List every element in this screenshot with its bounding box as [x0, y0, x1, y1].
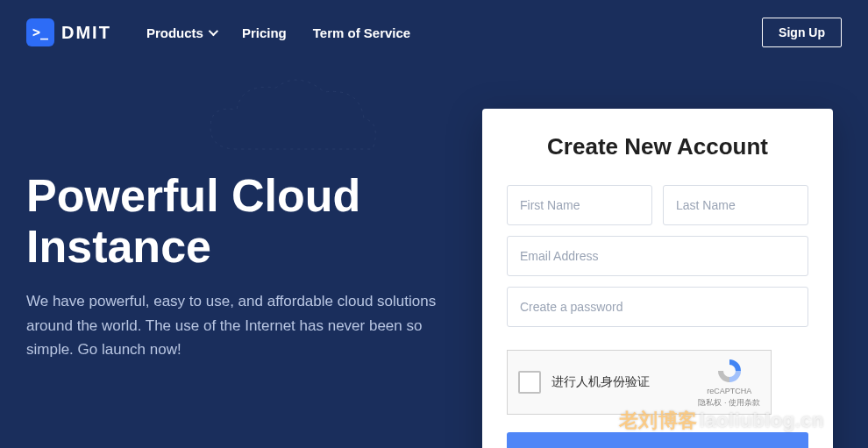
nav-pricing[interactable]: Pricing [242, 25, 287, 40]
first-name-field[interactable] [507, 185, 652, 225]
recaptcha-label: 进行人机身份验证 [551, 374, 687, 390]
recaptcha-widget: 进行人机身份验证 reCAPTCHA 隐私权 · 使用条款 [507, 350, 772, 415]
brand-logo[interactable]: >_ DMIT [26, 18, 111, 46]
brand-name: DMIT [61, 23, 111, 43]
top-nav: >_ DMIT Products Pricing Term of Service… [0, 0, 868, 65]
recaptcha-terms[interactable]: 隐私权 · 使用条款 [698, 397, 760, 409]
recaptcha-checkbox[interactable] [518, 371, 541, 394]
hero-subtitle: We have powerful, easy to use, and affor… [26, 289, 447, 361]
email-field[interactable] [507, 236, 808, 276]
main-nav: Products Pricing Term of Service [146, 25, 410, 40]
chevron-down-icon [209, 26, 218, 36]
hero-section: Powerful Cloud Instance We have powerful… [26, 109, 447, 361]
nav-products-label: Products [146, 25, 203, 40]
signup-heading: Create New Account [507, 133, 808, 160]
signup-card: Create New Account 进行人机身份验证 reCAPTCHA 隐私… [482, 109, 833, 448]
last-name-field[interactable] [663, 185, 808, 225]
terminal-icon: >_ [26, 18, 54, 46]
hero-title: Powerful Cloud Instance [26, 170, 447, 272]
nav-products[interactable]: Products [146, 25, 216, 40]
recaptcha-brand-text: reCAPTCHA [707, 387, 751, 395]
signup-button[interactable]: Sign Up [762, 18, 842, 47]
main-content: Powerful Cloud Instance We have powerful… [0, 65, 868, 448]
nav-tos[interactable]: Term of Service [313, 25, 410, 40]
recaptcha-icon [715, 357, 743, 385]
recaptcha-branding: reCAPTCHA 隐私权 · 使用条款 [698, 357, 760, 409]
create-account-button[interactable]: Create Account [507, 432, 808, 448]
password-field[interactable] [507, 287, 808, 327]
